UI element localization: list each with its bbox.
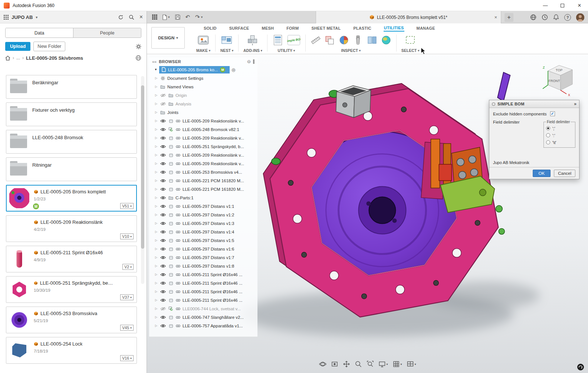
expand-arrow-icon[interactable]: ▷ [154,256,158,259]
folder-card[interactable]: LLE-0005-248 Bromsok [6,130,137,154]
visibility-eye-icon[interactable] [160,307,166,311]
browser-tree-row[interactable]: ▷ LLE-0005-209 Reaktionslänk v... [149,151,257,159]
browser-tree-row[interactable]: ▷ Joints [149,108,257,117]
junction-box[interactable] [336,86,371,118]
browser-tree-row[interactable]: ▷ Named Views [149,82,257,91]
browser-tree-row[interactable]: ▷ LLE-0005-297 Distans v1:1 [149,202,257,210]
ribbon-tab[interactable]: SHEET METAL [311,24,341,31]
browser-tree-row[interactable]: ▷ LLE-0005-297 Distans v1:4 [149,228,257,236]
visibility-eye-icon[interactable] [160,324,166,328]
expand-arrow-icon[interactable]: ▷ [154,85,158,88]
interference-icon[interactable] [325,35,335,45]
minimize-button[interactable]: — [537,0,554,11]
simple-bom-icon[interactable]: Simple BOM [287,34,300,46]
nest-icon[interactable] [220,34,233,46]
expand-arrow-icon[interactable]: ▷ [154,324,158,327]
expand-arrow-icon[interactable]: ▷ [154,205,158,208]
ribbon-tab[interactable]: SOLID [203,24,217,31]
panel-tab[interactable]: People [73,28,141,37]
radio-icon[interactable] [546,133,550,137]
radio-icon[interactable] [546,126,550,130]
visibility-eye-icon[interactable] [160,290,166,294]
new-document-tab-button[interactable]: + [505,13,513,22]
browser-tree-row[interactable]: ▷ Origin [149,91,257,99]
data-panel-scrollbar[interactable] [141,76,144,284]
item-version-badge[interactable]: V2▾ [122,264,134,270]
addins-dropdown[interactable]: ADD-INS▾ [243,48,262,53]
visibility-eye-icon[interactable] [160,162,166,166]
browser-tree-row[interactable]: ▷ LLE-0005-253 Bromsskiva v4... [149,168,257,176]
viewports-icon[interactable]: ▾ [407,360,416,368]
expand-arrow-icon[interactable]: ▷ [154,290,158,293]
utility-document-icon[interactable] [272,34,283,46]
visibility-eye-icon[interactable] [160,145,166,148]
save-icon[interactable] [175,14,180,20]
visibility-eye-icon[interactable] [160,213,166,217]
collapse-browser-icon[interactable]: «« [152,59,157,64]
job-status-clock-icon[interactable] [542,14,548,20]
expand-arrow-icon[interactable]: ▷ [154,264,158,268]
visibility-eye-icon[interactable] [160,196,166,200]
apps-grid-icon[interactable] [4,15,9,20]
breadcrumb-current-folder[interactable]: LLE-0005-205 Skivbroms [26,55,83,61]
measure-icon[interactable] [311,35,321,45]
browser-tree-row[interactable]: ▷ LLE-0005-297 Distans v1:2 [149,210,257,219]
browser-tree-row[interactable]: ▷ LLE-0006-757 Apparatlåda v1... [149,321,257,330]
thread-icon[interactable] [353,35,363,45]
ok-button[interactable]: OK [533,170,551,177]
browser-tree-row[interactable]: ▷ LLE-0005-297 Distans v1:5 [149,236,257,245]
visibility-eye-icon[interactable] [160,128,166,131]
fit-icon[interactable] [366,360,374,368]
ribbon-tab[interactable]: PLASTIC [353,24,371,31]
browser-tree-row[interactable]: ▷ LLE-0005-297 Distans v1:8 [149,262,257,270]
curvature-analysis-icon[interactable] [381,35,391,45]
ribbon-tab[interactable]: SURFACE [229,24,250,31]
viewport-canvas[interactable]: «« BROWSER ⊖ ▼ LLE-0005-205 Broms ko... … [147,55,588,373]
expand-arrow-icon[interactable]: ▷ [154,111,158,114]
scrollbar-thumb[interactable] [141,85,144,249]
purple-blade-part[interactable] [497,72,510,101]
orbit-icon[interactable] [319,360,326,368]
select-icon[interactable] [405,35,416,45]
data-panel-toggle-icon[interactable] [152,14,157,20]
look-at-icon[interactable] [331,360,338,368]
fusion-assistant-icon[interactable] [577,363,584,371]
help-icon[interactable]: ? [564,14,571,21]
notifications-bell-icon[interactable] [553,14,559,20]
dialog-expand-icon[interactable]: » [574,101,576,107]
expand-arrow-icon[interactable]: ▷ [154,230,158,233]
expand-arrow-icon[interactable]: ▷ [154,153,158,157]
expand-arrow-icon[interactable]: ▷ [154,213,158,216]
browser-tree-row[interactable]: ▷ LLE-0006-747 Slanghållare v2... [149,313,257,321]
inspect-dropdown[interactable]: INSPECT▾ [341,48,361,53]
user-avatar[interactable] [576,13,584,22]
browser-tree-row[interactable]: ▷ LLE-0005-211 Sprint Ø16x46 ... [149,279,257,287]
make-icon[interactable] [197,34,210,46]
visibility-eye-icon[interactable] [160,119,166,123]
appearance-palette-icon[interactable] [339,35,349,45]
delimiter-radio-option[interactable]: ':' [546,132,573,139]
pan-icon[interactable] [342,360,350,368]
design-item-card[interactable]: LLE-0005-251 Sprängskydd, bearbetat 10/3… [6,276,137,303]
expand-arrow-icon[interactable]: ▷ [154,281,158,285]
undo-button[interactable]: ↶ [185,14,190,20]
expand-arrow-icon[interactable]: ▷ [154,119,158,122]
expand-arrow-icon[interactable]: ▷ [154,196,158,199]
home-icon[interactable] [5,56,10,60]
visibility-eye-icon[interactable] [160,205,166,208]
visibility-eye-icon[interactable] [160,281,166,285]
browser-tree-row[interactable]: ▷ LLE-0005-209 Reaktionslänk v... [149,117,257,125]
expand-arrow-icon[interactable]: ▷ [154,222,158,225]
delimiter-radio-option[interactable]: ';' [546,125,573,132]
grid-settings-icon[interactable]: ▾ [392,360,402,368]
team-chevron-down-icon[interactable]: ▾ [36,15,37,19]
ribbon-tab[interactable]: MANAGE [416,24,436,31]
ribbon-tab[interactable]: FORM [286,24,299,31]
visibility-eye-icon[interactable] [160,136,166,140]
expand-arrow-icon[interactable]: ▷ [154,94,158,97]
visibility-eye-icon[interactable] [160,102,166,106]
maximize-button[interactable] [554,0,571,11]
browser-tree-row[interactable]: ▷ LLE-0005-209 Reaktionslänk v... [149,134,257,142]
folder-card[interactable]: Beräkningar [6,75,137,99]
dock-handle-icon[interactable] [253,59,254,64]
